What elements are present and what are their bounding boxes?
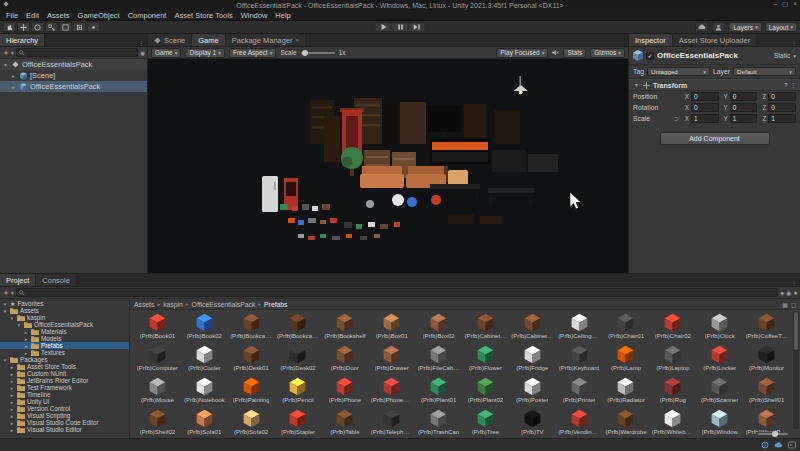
foldout-arrow-icon[interactable]: ▸: [9, 427, 15, 433]
transform-tool-button[interactable]: [73, 22, 86, 32]
hierarchy-item[interactable]: ▸OfficeEssentialsPack: [0, 81, 147, 92]
mute-audio-icon[interactable]: [552, 49, 559, 56]
thumbnail-zoom-slider[interactable]: [756, 432, 790, 436]
layer-dropdown[interactable]: Default▾: [733, 67, 796, 76]
active-checkbox[interactable]: ✓: [646, 52, 654, 60]
project-tree-item[interactable]: ▸Visual Studio Editor: [0, 426, 129, 433]
foldout-arrow-icon[interactable]: ▸: [9, 385, 15, 391]
tab-hierarchy[interactable]: Hierarchy: [0, 34, 45, 46]
asset-grid-item[interactable]: (Prfb)Desk01: [228, 344, 275, 374]
menu-item-file[interactable]: File: [2, 11, 22, 20]
menu-item-help[interactable]: Help: [271, 11, 294, 20]
asset-grid-item[interactable]: (Prfb)Tree: [462, 408, 509, 438]
move-tool-button[interactable]: [17, 22, 30, 32]
panel-menu-icon[interactable]: ⋮: [135, 39, 147, 46]
asset-grid-item[interactable]: (Prfb)Drawer: [368, 344, 415, 374]
add-component-button[interactable]: Add Component: [660, 132, 770, 145]
foldout-arrow-icon[interactable]: ▸: [9, 399, 15, 405]
foldout-arrow-icon[interactable]: ▸: [23, 329, 29, 335]
aspect-dropdown[interactable]: Free Aspect▾: [229, 48, 276, 58]
tab-scene[interactable]: Scene: [148, 34, 192, 46]
project-tree-item[interactable]: ▸JetBrains Rider Editor: [0, 377, 129, 384]
project-tree-item[interactable]: ▸Unity UI: [0, 398, 129, 405]
foldout-arrow-icon[interactable]: ▾: [633, 82, 640, 88]
play-button[interactable]: [375, 22, 392, 32]
stats-button[interactable]: Stats: [563, 48, 586, 58]
tag-dropdown[interactable]: Untagged▾: [647, 67, 710, 76]
asset-grid-item[interactable]: (Prfb)Bookcase01: [228, 312, 275, 342]
foldout-arrow-icon[interactable]: ▸: [9, 364, 15, 370]
transform-component-header[interactable]: ▾ Transform ? ⋮: [629, 79, 800, 91]
asset-grid-item[interactable]: (Prfb)PhoneBooth: [368, 376, 415, 406]
foldout-arrow-icon[interactable]: ▸: [9, 406, 15, 412]
project-search-input[interactable]: [16, 288, 778, 297]
menu-item-gameobject[interactable]: GameObject: [74, 11, 124, 20]
panel-menu-icon[interactable]: ⋮: [788, 39, 800, 46]
scale-tool-button[interactable]: [45, 22, 58, 32]
menu-item-window[interactable]: Window: [237, 11, 272, 20]
foldout-arrow-icon[interactable]: ▾: [2, 357, 8, 363]
menu-item-component[interactable]: Component: [124, 11, 171, 20]
rotation-y-field[interactable]: 0: [730, 103, 758, 112]
asset-grid-item[interactable]: (Prfb)Flower: [462, 344, 509, 374]
panel-menu-icon[interactable]: ⋮: [788, 279, 800, 286]
lock-icon[interactable]: ◻: [791, 301, 796, 308]
asset-grid-item[interactable]: (Prfb)Monitor: [743, 344, 790, 374]
position-x-field[interactable]: 0: [691, 92, 719, 101]
hand-tool-button[interactable]: [3, 22, 16, 32]
display-target-dropdown[interactable]: Game▾: [151, 48, 181, 58]
game-viewport[interactable]: [148, 59, 628, 273]
menu-item-assets[interactable]: Assets: [43, 11, 74, 20]
asset-grid-item[interactable]: (Prfb)Laptop: [649, 344, 696, 374]
close-icon[interactable]: ×: [296, 37, 300, 43]
static-dropdown[interactable]: ▾: [793, 53, 796, 59]
position-z-field[interactable]: 0: [768, 92, 796, 101]
foldout-arrow-icon[interactable]: ▸: [9, 378, 15, 384]
asset-grid-item[interactable]: (Prfb)Chair01: [603, 312, 650, 342]
scale-z-field[interactable]: 1: [768, 114, 796, 123]
project-tree-item[interactable]: ▸Prefabs: [0, 342, 129, 349]
project-tree-item[interactable]: ▸Timeline: [0, 391, 129, 398]
asset-grid-item[interactable]: (Prfb)Locker: [696, 344, 743, 374]
asset-grid-item[interactable]: (Prfb)Wardrobe: [603, 408, 650, 438]
pivot-toggle-button[interactable]: [87, 22, 100, 32]
step-button[interactable]: [409, 22, 426, 32]
console-status-icon[interactable]: [788, 441, 796, 449]
asset-grid-item[interactable]: (Prfb)Keyboard: [556, 344, 603, 374]
breadcrumb-item[interactable]: kaspin: [163, 301, 183, 308]
asset-grid-item[interactable]: (Prfb)Fridge: [509, 344, 556, 374]
asset-grid-item[interactable]: (Prfb)Cabinet01: [462, 312, 509, 342]
minimize-button[interactable]: –: [773, 0, 777, 8]
help-icon[interactable]: ?: [784, 82, 787, 88]
maximize-button[interactable]: ▢: [782, 0, 788, 8]
cloud-status-icon[interactable]: [774, 442, 783, 448]
foldout-arrow-icon[interactable]: ▸: [9, 392, 15, 398]
asset-grid-item[interactable]: (Prfb)Whiteboard: [649, 408, 696, 438]
tab-console[interactable]: Console: [36, 274, 77, 286]
project-tree-item[interactable]: ▾kaspin: [0, 314, 129, 321]
asset-grid-item[interactable]: (Prfb)Poster: [509, 376, 556, 406]
vcs-status-icon[interactable]: [761, 441, 769, 449]
link-icon[interactable]: ⊃: [673, 115, 680, 122]
asset-grid-item[interactable]: (Prfb)Radiator: [603, 376, 650, 406]
asset-grid-item[interactable]: (Prfb)Window: [696, 408, 743, 438]
grid-scrollbar[interactable]: [793, 311, 799, 429]
rotation-x-field[interactable]: 0: [691, 103, 719, 112]
asset-grid-item[interactable]: (Prfb)Pencil: [275, 376, 322, 406]
foldout-arrow-icon[interactable]: ▸: [9, 413, 15, 419]
asset-grid-item[interactable]: (Prfb)Computer: [134, 344, 181, 374]
asset-grid-item[interactable]: (Prfb)Clock: [696, 312, 743, 342]
layout-dropdown[interactable]: Layout▾: [765, 22, 797, 32]
breadcrumb-item[interactable]: Prefabs: [264, 301, 287, 308]
layers-dropdown[interactable]: Layers▾: [729, 22, 761, 32]
asset-grid-item[interactable]: (Prfb)VendingMachine: [556, 408, 603, 438]
asset-grid-item[interactable]: (Prfb)Scanner: [696, 376, 743, 406]
asset-grid-item[interactable]: (Prfb)Box02: [415, 312, 462, 342]
foldout-arrow-icon[interactable]: ▸: [10, 73, 17, 79]
foldout-arrow-icon[interactable]: ▸: [9, 371, 15, 377]
project-tree-item[interactable]: ▾OfficeEssentialsPack: [0, 321, 129, 328]
asset-grid-item[interactable]: (Prfb)Sofa02: [228, 408, 275, 438]
asset-grid-item[interactable]: (Prfb)Printer: [556, 376, 603, 406]
eye-icon[interactable]: ◉: [140, 50, 145, 56]
asset-grid-item[interactable]: (Prfb)Bookcase02: [275, 312, 322, 342]
